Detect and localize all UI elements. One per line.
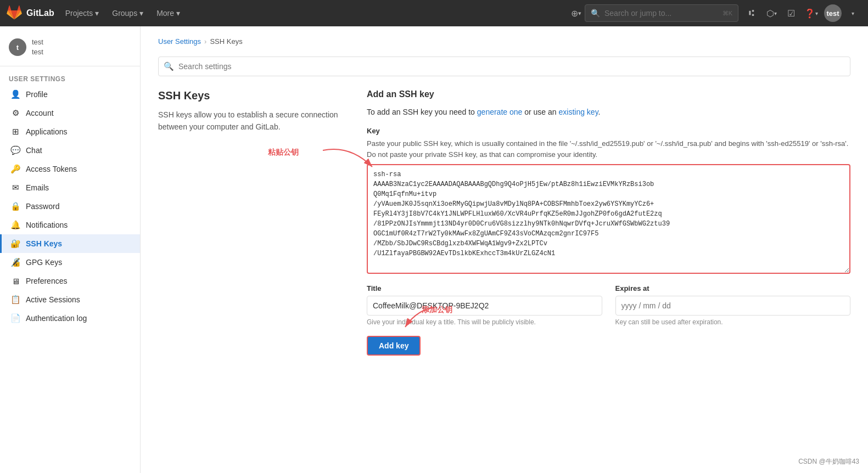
key-textarea-wrapper: 粘贴公钥 ssh-rsa AAAAB3NzaC1yc2EAAAADAQABAAA… [367, 164, 850, 275]
sidebar-user-handle: test [32, 47, 43, 57]
ssh-keys-icon: 🔐 [10, 239, 20, 249]
sidebar-item-auth-log[interactable]: 📄 Authentication log [0, 309, 140, 328]
left-column: SSH Keys SSH keys allow you to establish… [158, 89, 345, 356]
title-field-hint: Give your individual key a title. This w… [367, 318, 602, 327]
breadcrumb-parent[interactable]: User Settings [158, 37, 201, 46]
sidebar: t test test User Settings 👤 Profile ⚙ Ac… [0, 26, 141, 473]
preferences-icon: 🖥 [10, 276, 20, 286]
add-key-button-wrapper: 添加公钥 Add key [367, 327, 421, 356]
nav-projects[interactable]: Projects ▾ [59, 0, 106, 26]
sidebar-item-label: Active Sessions [26, 295, 80, 304]
sidebar-avatar: t [9, 38, 26, 56]
chevron-down-icon: ▾ [139, 9, 143, 18]
add-ssh-title: Add an SSH key [367, 89, 850, 99]
sidebar-item-active-sessions[interactable]: 📋 Active Sessions [0, 290, 140, 309]
key-field-label: Key [367, 127, 850, 135]
breadcrumb-current: SSH Keys [210, 37, 242, 46]
sidebar-item-access-tokens[interactable]: 🔑 Access Tokens [0, 160, 140, 178]
emails-icon: ✉ [10, 183, 20, 193]
sidebar-item-label: Emails [26, 183, 49, 192]
page-title: SSH Keys [158, 89, 345, 102]
key-field-hint: Paste your public SSH key, which is usua… [367, 138, 850, 160]
notifications-icon: 🔔 [10, 220, 20, 230]
chevron-down-icon: ▾ [176, 9, 180, 18]
title-field-label: Title [367, 284, 602, 292]
sidebar-item-label: Preferences [26, 277, 67, 285]
add-key-button[interactable]: Add key [367, 336, 421, 356]
chat-icon: 💬 [10, 145, 20, 155]
settings-search-container: 🔍 [158, 57, 850, 76]
sidebar-item-label: Chat [26, 146, 42, 155]
sidebar-item-label: Account [26, 109, 54, 117]
account-icon: ⚙ [10, 108, 20, 118]
sidebar-item-account[interactable]: ⚙ Account [0, 104, 140, 122]
content-columns: SSH Keys SSH keys allow you to establish… [158, 89, 850, 356]
sidebar-item-applications[interactable]: ⊞ Applications [0, 122, 140, 141]
expires-field-label: Expires at [615, 284, 851, 292]
sidebar-item-notifications[interactable]: 🔔 Notifications [0, 216, 140, 234]
existing-key-link[interactable]: existing key [559, 108, 598, 116]
global-search[interactable]: 🔍 ⌘K [585, 4, 738, 22]
section-description: SSH keys allow you to establish a secure… [158, 109, 345, 133]
title-input[interactable] [367, 296, 602, 316]
add-ssh-description: To add an SSH key you need to generate o… [367, 106, 850, 118]
password-icon: 🔒 [10, 201, 20, 211]
sidebar-item-label: Access Tokens [26, 165, 77, 173]
user-menu-toggle[interactable]: ▾ [844, 4, 861, 22]
sidebar-user-info: t test test [0, 33, 140, 66]
search-input[interactable] [604, 9, 718, 18]
sidebar-item-emails[interactable]: ✉ Emails [0, 178, 140, 197]
generate-key-link[interactable]: generate one [477, 108, 523, 116]
sidebar-item-label: Password [26, 202, 59, 211]
sidebar-item-gpg-keys[interactable]: 🔏 GPG Keys [0, 253, 140, 272]
right-column: Add an SSH key To add an SSH key you nee… [367, 89, 850, 356]
applications-icon: ⊞ [10, 127, 20, 137]
main-content: User Settings › SSH Keys 🔍 SSH Keys SSH … [141, 26, 868, 473]
sidebar-item-label: Applications [26, 127, 68, 136]
key-form-row: Title Give your individual key a title. … [367, 284, 850, 327]
sidebar-item-label: SSH Keys [26, 239, 62, 248]
nav-help-icon[interactable]: ❓▾ [802, 4, 820, 22]
breadcrumb-separator: › [204, 37, 206, 46]
user-avatar[interactable]: test [824, 4, 842, 22]
search-icon: 🔍 [591, 9, 600, 18]
title-field-group: Title Give your individual key a title. … [367, 284, 602, 327]
gitlab-logo-text: GitLab [26, 8, 54, 18]
watermark: CSDN @牛奶咖啡43 [798, 457, 859, 466]
sidebar-item-preferences[interactable]: 🖥 Preferences [0, 272, 140, 290]
expires-field-group: Expires at Key can still be used after e… [615, 284, 851, 327]
settings-search-input[interactable] [158, 57, 850, 76]
sidebar-item-chat[interactable]: 💬 Chat [0, 141, 140, 160]
sidebar-item-label: Notifications [26, 221, 68, 229]
page-layout: t test test User Settings 👤 Profile ⚙ Ac… [0, 26, 868, 473]
sidebar-item-label: Authentication log [26, 314, 87, 323]
search-shortcut: ⌘K [723, 10, 732, 17]
access-tokens-icon: 🔑 [10, 164, 20, 174]
chevron-down-icon: ▾ [95, 9, 99, 18]
nav-icons: ⑆ ⬡▾ ☑ ❓▾ test ▾ [743, 4, 861, 22]
sidebar-item-label: Profile [26, 90, 48, 99]
sidebar-item-profile[interactable]: 👤 Profile [0, 85, 140, 104]
nav-mr-dropdown[interactable]: ⬡▾ [763, 4, 780, 22]
sidebar-item-label: GPG Keys [26, 258, 62, 267]
nav-more[interactable]: More ▾ [150, 0, 187, 26]
sidebar-heading: User Settings [0, 71, 140, 85]
gitlab-logo[interactable]: GitLab [7, 5, 54, 21]
expires-field-hint: Key can still be used after expiration. [615, 318, 851, 327]
new-item-button[interactable]: ⊕▾ [567, 4, 585, 22]
nav-merge-request-icon[interactable]: ⑆ [743, 4, 760, 22]
nav-groups[interactable]: Groups ▾ [105, 0, 150, 26]
gpg-keys-icon: 🔏 [10, 257, 20, 267]
top-navigation: GitLab Projects ▾ Groups ▾ More ▾ ⊕▾ 🔍 ⌘… [0, 0, 868, 26]
settings-search-icon: 🔍 [164, 61, 174, 71]
nav-issues-icon[interactable]: ☑ [782, 4, 800, 22]
sidebar-username: test [32, 37, 43, 47]
sidebar-item-ssh-keys[interactable]: 🔐 SSH Keys [0, 234, 140, 253]
breadcrumb: User Settings › SSH Keys [158, 37, 850, 46]
auth-log-icon: 📄 [10, 313, 20, 323]
ssh-key-textarea[interactable]: ssh-rsa AAAAB3NzaC1yc2EAAAADAQABAAABgQDh… [367, 164, 850, 274]
active-sessions-icon: 📋 [10, 295, 20, 305]
profile-icon: 👤 [10, 89, 20, 99]
expires-input[interactable] [615, 296, 851, 316]
sidebar-item-password[interactable]: 🔒 Password [0, 197, 140, 216]
